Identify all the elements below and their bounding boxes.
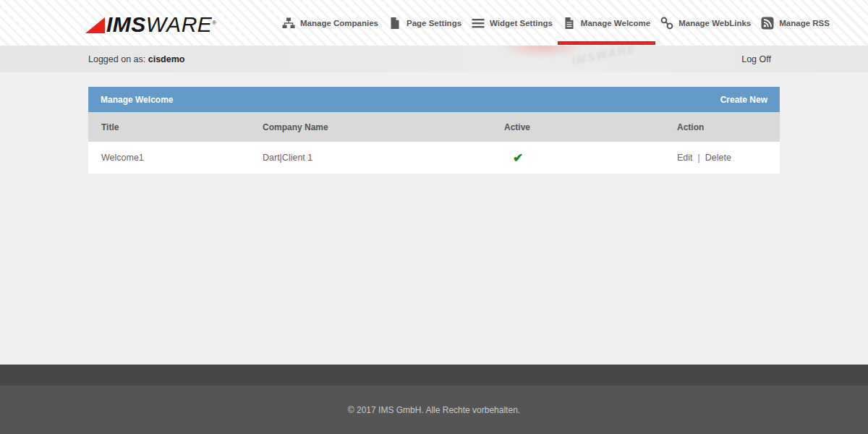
nav-label: Widget Settings xyxy=(490,19,553,27)
logo-text: IMSWARE® xyxy=(106,14,217,35)
nav-label: Manage Companies xyxy=(300,19,378,27)
session-bar: IMSWARE Logged on as: cisdemo Log Off xyxy=(0,46,868,72)
nav-label: Manage Welcome xyxy=(581,19,650,27)
cell-title: Welcome1 xyxy=(88,153,263,163)
table-header-row: Title Company Name Active Action xyxy=(88,112,780,142)
background-blur-decoration xyxy=(499,46,586,57)
log-off-link[interactable]: Log Off xyxy=(741,54,771,64)
logo-text-light: WARE xyxy=(146,12,212,36)
nav-item-manage-weblinks[interactable]: Manage WebLinks xyxy=(655,0,756,46)
background-watermark: IMSWARE xyxy=(571,46,637,68)
column-header-title: Title xyxy=(88,122,263,132)
active-check-icon: ✔ xyxy=(513,151,523,165)
edit-link[interactable]: Edit xyxy=(677,153,693,163)
column-header-company-name: Company Name xyxy=(263,122,504,132)
nav-item-manage-companies[interactable]: Manage Companies xyxy=(277,0,383,46)
content-area: Manage Welcome Create New Title Company … xyxy=(0,72,868,365)
footer-top-strip xyxy=(0,365,868,386)
nav-item-page-settings[interactable]: Page Settings xyxy=(383,0,467,46)
rss-icon xyxy=(761,17,774,30)
nav-label: Page Settings xyxy=(407,19,461,27)
username: cisdemo xyxy=(148,54,185,64)
table-row: Welcome1 Dart|Client 1 ✔ Edit | Delete xyxy=(88,142,780,174)
link-icon xyxy=(660,17,673,30)
logo-trademark: ® xyxy=(212,20,216,26)
logo-triangle-icon xyxy=(85,17,105,33)
cell-actions: Edit | Delete xyxy=(677,153,780,163)
cell-active: ✔ xyxy=(504,152,677,164)
nav-item-manage-rss[interactable]: Manage RSS xyxy=(756,0,835,46)
nav-label: Manage WebLinks xyxy=(678,19,751,27)
nav-item-manage-welcome[interactable]: Manage Welcome xyxy=(558,0,655,46)
top-header: IMSWARE® Manage Companies Page Settings xyxy=(0,0,868,46)
document-lines-icon xyxy=(563,17,576,30)
panel-title: Manage Welcome xyxy=(101,95,173,105)
footer: © 2017 IMS GmbH. Alle Rechte vorbehalten… xyxy=(0,386,868,434)
hamburger-icon xyxy=(472,17,485,30)
logo-text-bold: IMS xyxy=(106,12,146,36)
imsware-logo: IMSWARE® xyxy=(85,11,217,35)
manage-welcome-panel: Manage Welcome Create New Title Company … xyxy=(88,87,780,174)
logged-on-prefix: Logged on as: xyxy=(88,54,148,64)
column-header-action: Action xyxy=(677,122,780,132)
nav-item-widget-settings[interactable]: Widget Settings xyxy=(467,0,558,46)
main-nav: Manage Companies Page Settings Widget Se… xyxy=(277,0,835,46)
cell-company-name: Dart|Client 1 xyxy=(263,153,504,163)
logged-on-text: Logged on as: cisdemo xyxy=(88,54,184,64)
sitemap-icon xyxy=(282,17,295,30)
nav-label: Manage RSS xyxy=(779,19,830,27)
panel-header: Manage Welcome Create New xyxy=(88,87,780,112)
copyright-text: © 2017 IMS GmbH. Alle Rechte vorbehalten… xyxy=(348,405,520,415)
column-header-active: Active xyxy=(504,122,677,132)
delete-link[interactable]: Delete xyxy=(705,153,731,163)
action-separator: | xyxy=(698,153,700,163)
create-new-button[interactable]: Create New xyxy=(720,95,767,105)
page-icon xyxy=(388,17,401,30)
